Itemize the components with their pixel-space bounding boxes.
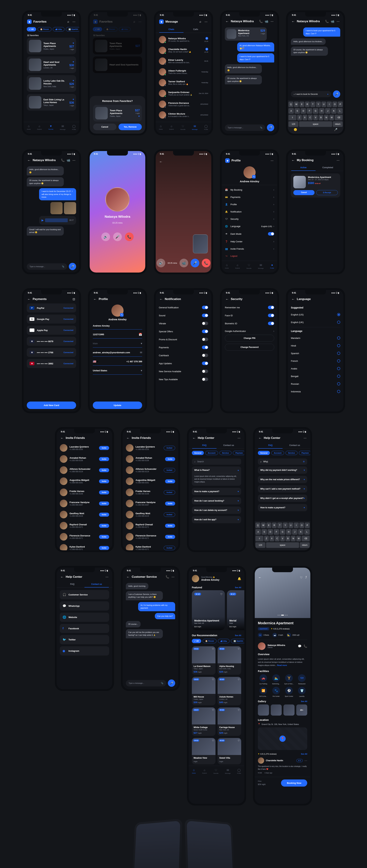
search-input[interactable]: ⌕Search [192, 459, 241, 465]
nav-message[interactable]: ✉Message [60, 124, 65, 130]
invite-button[interactable]: Invite [99, 457, 109, 461]
nav-profile[interactable]: ◯Profile [204, 124, 208, 130]
key[interactable]: H [286, 529, 291, 535]
key[interactable]: S [294, 108, 300, 114]
key[interactable]: V [313, 115, 318, 120]
tab-completed[interactable]: Completed [316, 164, 340, 171]
invite-button[interactable]: Invite [165, 457, 175, 461]
end-call-button[interactable]: 📞 [202, 259, 210, 267]
key[interactable]: M [329, 115, 334, 120]
scan-icon[interactable]: ⊡ [72, 297, 76, 301]
nav-favorite[interactable]: ♡Favorite [180, 124, 186, 130]
heart-icon[interactable]: ♡ [212, 678, 214, 681]
setting-row[interactable]: 🔔Notification› [225, 208, 274, 215]
radio[interactable] [337, 321, 340, 324]
key[interactable]: C [275, 536, 280, 541]
more-icon[interactable]: ⋯ [270, 20, 274, 23]
invite-button[interactable]: Invite [165, 501, 175, 505]
tab-faq[interactable]: FAQ [192, 442, 217, 448]
faq-item[interactable]: Why are the real estate prices different… [258, 476, 307, 483]
contact-option[interactable]: 🌐Website [60, 613, 109, 622]
back-button[interactable]: ← [291, 158, 295, 162]
invite-button[interactable]: Invited [164, 513, 175, 517]
property-card[interactable]: Modernica ApartmentNew York, US$29/ nigh… [225, 27, 267, 41]
heart-icon[interactable]: ♥ [73, 60, 74, 63]
back-button[interactable]: ← [225, 20, 229, 23]
key[interactable]: A [288, 108, 294, 114]
input-field[interactable]: 🇺🇸 ▾+1 467 378 399 [93, 358, 142, 366]
key[interactable]: Q [255, 523, 260, 528]
chat-row[interactable]: Charolette HanlinOkay. Do we have a deal… [159, 45, 208, 56]
key[interactable]: I [294, 523, 299, 528]
contact-option[interactable]: 🎧Customer Service [60, 590, 109, 599]
language-option[interactable]: Indonesia [291, 388, 340, 395]
property-card[interactable]: ★ 4.7♡White CottageSeoul, South Korea$27… [192, 707, 216, 736]
cancel-button[interactable]: Cancel [293, 190, 314, 195]
key[interactable]: D [301, 108, 306, 114]
invite-button[interactable]: Invite [99, 513, 109, 517]
video-toggle-button[interactable]: 📹 [179, 259, 188, 267]
payment-method[interactable]: M•••• •••• •••• 6679Connected [27, 337, 76, 346]
favorite-card[interactable]: Town Place ApartmentsOsaka, Japan♥$27/ n… [27, 38, 76, 54]
payment-method[interactable]: M•••• •••• •••• 2766Connected [27, 348, 76, 357]
property-card[interactable]: ★ 4.5♡Mill HouseOsaka, Japan$30 /night [192, 677, 216, 705]
key[interactable]: Z [297, 115, 302, 120]
video-icon[interactable]: 📹 [264, 20, 268, 23]
chip-villa[interactable]: 🏙 Villa [53, 27, 64, 31]
security-row[interactable]: Biometric ID [225, 319, 274, 328]
language-option[interactable]: Russian [291, 380, 340, 388]
nav-home[interactable]: ⌂Home [27, 124, 31, 130]
tab-active[interactable]: Active [291, 164, 316, 171]
tab-contact[interactable]: Contact us [217, 442, 241, 448]
toggle[interactable] [202, 378, 208, 381]
user-avatar[interactable] [192, 575, 199, 582]
setting-row[interactable]: ❓Help Center› [225, 238, 274, 245]
image-attachment[interactable] [50, 202, 62, 214]
mic-button[interactable]: 🎤 [267, 124, 274, 131]
radio[interactable] [337, 344, 340, 347]
invite-button[interactable]: Invite [99, 501, 109, 505]
read-more-link[interactable]: Read more [277, 664, 287, 666]
update-button[interactable]: Update [93, 402, 142, 409]
book-button[interactable]: Booking Now [281, 779, 307, 786]
voice-message[interactable]: ▶00:27 [39, 216, 76, 225]
faq-item[interactable]: How to make a payment?▾ [192, 488, 241, 495]
heart-icon[interactable]: ♥ [73, 42, 74, 44]
edit-avatar-button[interactable]: ✎ [252, 175, 256, 179]
toggle[interactable] [202, 338, 208, 341]
invite-button[interactable]: Invite [99, 546, 109, 550]
invite-button[interactable]: Invite [165, 479, 175, 483]
invite-button[interactable]: Invite [99, 446, 109, 450]
property-card[interactable]: ★ 4.6♡Meadow View /night [192, 738, 216, 764]
nav-home[interactable]: ⌂Home [159, 124, 163, 130]
toggle[interactable] [202, 314, 208, 317]
toggle[interactable] [202, 370, 208, 373]
share-icon[interactable]: ⤴ [305, 576, 307, 579]
key[interactable]: R [305, 101, 310, 107]
more-icon[interactable]: ⋯ [270, 159, 274, 162]
tab-chats[interactable]: Chats [159, 26, 184, 33]
speaker-button[interactable]: 🔊 [101, 232, 110, 241]
property-card[interactable]: ★ 4.9♡Astute HomesLondon, UK$45 /night [218, 677, 241, 705]
payment-method[interactable]: PPayPalConnected [27, 304, 76, 312]
invite-button[interactable]: Invited [164, 468, 175, 472]
key[interactable]: L [337, 108, 343, 114]
chat-row[interactable]: Tanner StaffordWow, this is really epic … [159, 77, 208, 88]
key[interactable]: T [277, 523, 282, 528]
favorite-card[interactable]: Lucky Lake Oak De. HousesNew Delhi, Indi… [27, 75, 76, 92]
chat-row[interactable]: Natasya WilodraOf course, the apartment … [159, 34, 208, 45]
heart-icon[interactable]: ♡ [238, 739, 240, 742]
see-all-link[interactable]: See All [235, 586, 241, 589]
faq-item[interactable]: Why can't I add a new payment method?▾ [258, 485, 307, 493]
input-field[interactable]: United States▾ [93, 367, 142, 375]
language-option[interactable]: Spanish [291, 349, 340, 357]
faq-item[interactable]: Why didn't I get an e-receipt after paym… [258, 495, 307, 502]
radio[interactable] [337, 367, 340, 370]
featured-card[interactable]: ★ 4.8♡Modernica ApartmentNew York, US$29… [192, 590, 225, 630]
key[interactable]: V [280, 536, 285, 541]
payment-method[interactable]: GGoogle PayConnected [27, 315, 76, 323]
toggle[interactable] [202, 353, 208, 357]
faq-item[interactable]: What is Reasa?▴Lorem ipsum dolor sit ame… [192, 466, 241, 486]
nav-favorite[interactable]: ♥Favorite [48, 124, 53, 130]
invite-button[interactable]: Invite [99, 490, 109, 494]
